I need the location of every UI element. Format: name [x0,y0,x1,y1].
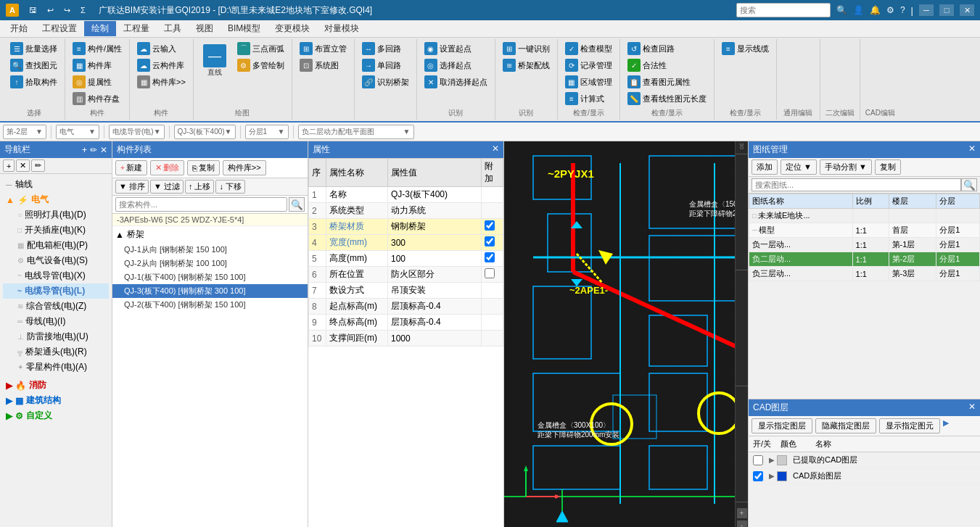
maximize-btn[interactable]: □ [939,4,954,16]
sublayer-combo[interactable]: 分层1 ▼ [245,125,289,139]
nav-custom[interactable]: ▶ ⚙ 自定义 [3,408,109,423]
set-start-btn[interactable]: ◉ 设置起点 [421,41,490,57]
menu-start[interactable]: 开始 [3,21,35,36]
drawing-canvas[interactable]: ~2PYJX1 ~2APE1- 金属槽盒〈150X100〉 距梁下障碍物200m… [504,141,748,527]
prow3-val[interactable]: 钢制桥架 [388,219,482,235]
menu-quantity[interactable]: 工程量 [116,21,157,36]
drawing-combo[interactable]: 负二层动力配电平面图 ▼ [298,125,414,139]
draw-line-btn[interactable]: — 直线 [198,41,231,81]
fig-close-btn[interactable]: ✕ [968,144,976,156]
comp-lib-btn[interactable]: ▦ 构件库 [70,57,125,73]
expand-cad-btn[interactable]: ▶ [943,418,949,433]
prow4-check[interactable] [482,235,503,251]
show-specified-layer-btn[interactable]: 显示指定图层 [752,418,812,433]
nav-bridge-fitting[interactable]: ╦ 桥架通头(电)(R) [3,344,109,360]
nav-electric[interactable]: ▲ ⚡ 电气 [3,192,109,207]
bridge-category[interactable]: ▲ 桥架 [112,226,308,243]
floor-combo[interactable]: 第-2层 ▼ [3,125,46,139]
nav-btn3[interactable]: ✏ [31,159,45,172]
qj3-board-item[interactable]: QJ-3(板下400) [钢制桥架 300 100] [112,284,308,298]
copy-comp-btn[interactable]: ⎘复制 [187,160,220,175]
prow7-val[interactable]: 吊顶安装 [388,283,482,299]
fig-manual-split-btn[interactable]: 手动分割 ▼ [820,159,872,175]
qj2-from-item[interactable]: QJ-2从向 [钢制桥架 100 100] [112,257,308,270]
prow6-check[interactable] [482,267,503,283]
comp-search-input[interactable] [115,197,287,212]
prow4-val[interactable]: 300 [388,235,482,251]
layout-riser-btn[interactable]: ⊞ 布置立管 [297,41,350,57]
nav-busbar[interactable]: ═ 母线(电)(I) [3,314,109,329]
check-circuit-btn[interactable]: ↺ 检查回路 [625,41,709,57]
single-circuit-btn[interactable]: → 单回路 [359,57,412,73]
nav-axis[interactable]: ─ 轴线 [3,177,109,192]
nav-equipment[interactable]: ⚙ 电气设备(电)(S) [3,253,109,268]
check-model-btn[interactable]: ✓ 检查模型 [562,41,615,57]
save-comp-btn[interactable]: ▥ 构件存盘 [70,91,125,107]
cad-layer1-toggle[interactable] [753,455,763,465]
cad-layer2-toggle[interactable] [753,471,763,481]
delete-comp-btn[interactable]: ✕删除 [150,160,184,175]
type-combo[interactable]: 电缆导管(电) ▼ [109,125,165,139]
nav-fire[interactable]: ▶ 🔥 消防 [3,378,109,393]
get-props-btn[interactable]: ◎ 提属性 [70,74,125,90]
nav-btn2[interactable]: ✕ [16,159,30,172]
minimize-btn[interactable]: ─ [919,4,934,16]
nav-lighting[interactable]: ○ 照明灯具(电)(D) [3,207,109,223]
fig-search-btn[interactable]: 🔍 [961,178,977,191]
prow5-val[interactable]: 100 [388,251,482,267]
three-point-arc-btn[interactable]: ⌒ 三点画弧 [234,41,287,57]
calc-formula-btn[interactable]: ≡ 计算式 [562,91,615,107]
move-up-btn[interactable]: ↑ 上移 [185,180,215,194]
quick-access-btn[interactable]: 🖫 [26,4,40,17]
hide-specified-layer-btn[interactable]: 隐藏指定图层 [815,418,876,433]
fig-copy-btn[interactable]: 复制 [875,159,901,175]
user-icon[interactable]: 👤 [853,5,864,15]
search-input[interactable] [736,3,831,17]
canvas-content[interactable]: ~2PYJX1 ~2APE1- 金属槽盒〈150X100〉 距梁下障碍物200m… [504,141,735,527]
nav-edit-btn[interactable]: ✏ [90,145,97,155]
one-key-id-btn[interactable]: ⊞ 一键识别 [500,41,553,57]
menu-view[interactable]: 视图 [189,21,221,36]
prow5-check[interactable] [482,251,503,267]
select-start-btn[interactable]: ◎ 选择起点 [421,57,490,73]
menu-bim[interactable]: BIM模型 [221,21,268,36]
cloud-comp-lib-btn[interactable]: ☁ 云构件库 [134,57,189,73]
sort-btn[interactable]: ▼ 排序 [115,180,149,194]
prow9-val[interactable]: 层顶标高-0.4 [388,315,482,331]
props-close-btn[interactable]: ✕ [492,144,499,156]
comp-lib-link-btn[interactable]: 构件库>> [223,160,266,175]
prow6-val[interactable]: 防火区部分 [388,267,482,283]
nav-misc[interactable]: ✦ 零星构件(电)(A) [3,360,109,375]
fig-row-2[interactable]: ─模型 1:1 首层 分层1 [749,223,980,238]
zoom-out-btn[interactable]: - [737,520,747,527]
system-diagram-btn[interactable]: ⊡ 系统图 [297,57,350,73]
bell-icon[interactable]: 🔔 [870,5,881,15]
multi-pipe-btn[interactable]: ⚙ 多管绘制 [234,57,287,73]
menu-change[interactable]: 变更模块 [268,21,317,36]
fig-row-4[interactable]: 负二层动... 1:1 第-2层 分层1 [749,252,980,267]
fig-row-1[interactable]: □未来城E地块... [749,209,980,223]
nav-combined-line[interactable]: ≋ 综合管线(电)(Z) [3,299,109,314]
view-elem-props-btn[interactable]: 📋 查看图元属性 [625,74,709,90]
filter-btn[interactable]: ▼ 过滤 [150,180,184,194]
bridge-wiring-btn[interactable]: ≋ 桥架配线 [500,57,553,73]
prow3-check[interactable] [482,219,503,235]
category-combo[interactable]: 电气 ▼ [56,125,99,139]
nav-wire-conduit[interactable]: ~ 电线导管(电)(X) [3,268,109,283]
view-line-len-btn[interactable]: 📏 查看线性图元长度 [625,91,709,107]
comp-combo[interactable]: QJ-3(板下400) ▼ [174,125,236,139]
quick-access-btn4[interactable]: Σ [78,4,88,17]
fig-row-3[interactable]: 负一层动... 1:1 第-1层 分层1 [749,238,980,252]
cloud-input-btn[interactable]: ☁ 云输入 [134,41,189,57]
nav-close-btn[interactable]: ✕ [100,145,107,155]
new-comp-btn[interactable]: +新建 [115,160,147,175]
fig-search-input[interactable] [752,178,961,191]
qj1-from-item[interactable]: QJ-1从向 [钢制桥架 150 100] [112,243,308,257]
nav-lightning[interactable]: ⊥ 防雷接地(电)(U) [3,329,109,344]
prow1-val[interactable]: QJ-3(板下400) [388,187,482,203]
zoom-in-btn[interactable]: + [737,508,747,518]
nav-switch[interactable]: □ 开关插座(电)(K) [3,223,109,238]
menu-draw[interactable]: 绘制 [84,21,116,36]
quick-access-btn2[interactable]: ↩ [44,4,57,17]
prow8-val[interactable]: 层顶标高-0.4 [388,299,482,315]
